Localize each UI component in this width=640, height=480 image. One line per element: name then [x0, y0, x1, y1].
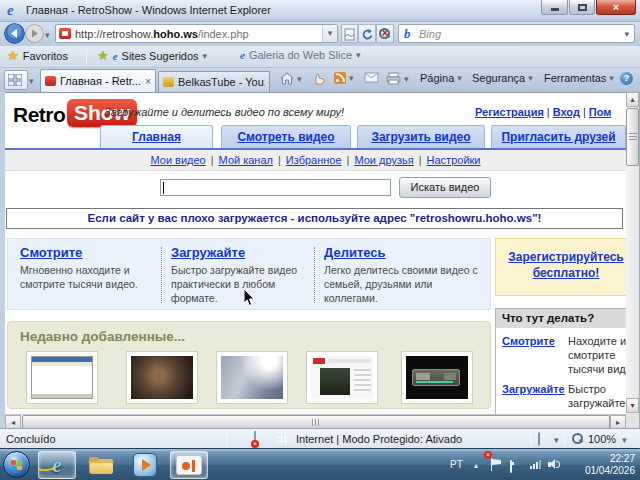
media-player-icon: [133, 453, 157, 477]
language-indicator[interactable]: PT: [450, 459, 463, 470]
protected-mode-icon[interactable]: [538, 433, 540, 445]
help-link[interactable]: Пом: [589, 106, 612, 118]
tab-close-icon[interactable]: ×: [145, 76, 151, 87]
feeds-button[interactable]: ▾: [334, 72, 354, 84]
video-thumbnail[interactable]: [216, 351, 288, 404]
bing-logo-icon: b: [404, 26, 411, 42]
register-banner[interactable]: Зарегистрируйтесь бесплатно!: [495, 238, 626, 296]
feature-upload: Загружайте Быстро загружайте видео практ…: [171, 245, 313, 306]
url-text: http://retroshow.hoho.ws/index.php: [75, 28, 249, 40]
my-friends-link[interactable]: Мои друзья: [354, 154, 413, 166]
my-videos-link[interactable]: Мои видео: [150, 154, 205, 166]
video-search-input[interactable]: [160, 179, 391, 196]
register-link[interactable]: Регистрация: [475, 106, 544, 118]
scroll-left-button[interactable]: ◂: [5, 415, 21, 428]
back-button[interactable]: [4, 23, 25, 44]
horizontal-scroll-thumb[interactable]: [22, 415, 610, 428]
close-button[interactable]: ×: [596, 0, 636, 15]
clock[interactable]: 22:27 01/04/2026: [585, 453, 635, 477]
zoom-level[interactable]: 100%: [588, 433, 616, 445]
favorites-button[interactable]: ★ Favoritos: [7, 49, 68, 62]
nav-tab-invite[interactable]: Пригласить друзей: [491, 125, 626, 148]
video-thumbnail[interactable]: [26, 351, 98, 404]
suggested-sites-button[interactable]: ★ e Sites Sugeridos ▾: [97, 49, 207, 62]
taskbar-ie-button[interactable]: e: [38, 451, 76, 479]
hidden-icons-button[interactable]: ▴: [474, 461, 478, 470]
divider: [226, 431, 227, 446]
safety-menu[interactable]: Segurança ▾: [472, 72, 533, 84]
print-dropdown[interactable]: ▾: [404, 74, 409, 84]
feature-share-link[interactable]: Делитесь: [324, 245, 482, 260]
compatibility-view-button[interactable]: [341, 24, 358, 43]
web-slice-label: Galeria do Web Slice: [249, 49, 352, 61]
vertical-scrollbar[interactable]: ▴ ▾: [626, 92, 639, 428]
battery-icon[interactable]: [510, 461, 512, 472]
read-mail-button[interactable]: [364, 72, 379, 83]
forward-button[interactable]: [25, 24, 44, 43]
maximize-button[interactable]: [569, 0, 595, 15]
address-dropdown[interactable]: ▾: [322, 25, 337, 42]
help-menu[interactable]: ?: [620, 72, 633, 85]
scroll-up-button[interactable]: ▴: [626, 92, 639, 107]
feeds-dropdown[interactable]: ▾: [349, 73, 354, 83]
settings-link[interactable]: Настройки: [427, 154, 481, 166]
watch-link[interactable]: Смотрите: [502, 335, 568, 376]
login-link[interactable]: Вход: [553, 106, 580, 118]
home-dropdown[interactable]: ▾: [297, 74, 302, 84]
recent-pages-dropdown[interactable]: ▾: [45, 30, 50, 40]
video-thumbnail[interactable]: [401, 351, 473, 404]
search-icon[interactable]: [379, 28, 390, 39]
my-channel-link[interactable]: Мой канал: [219, 154, 273, 166]
mouse-cursor: [243, 289, 255, 307]
quick-tabs-button[interactable]: [4, 70, 28, 90]
register-banner-line2[interactable]: бесплатно!: [533, 266, 600, 280]
search-box[interactable]: b Bing ▾: [398, 24, 635, 43]
web-slice-dropdown: ▾: [356, 50, 361, 60]
scroll-down-button[interactable]: ▾: [626, 398, 639, 413]
zoom-icon[interactable]: [572, 433, 583, 444]
what-to-do-row: Загружайте Быстро загружайте видео: [496, 376, 626, 418]
tab-active[interactable]: Главная - Retr... ×: [40, 69, 156, 92]
video-thumbnail[interactable]: [126, 351, 198, 404]
upload-link[interactable]: Загружайте: [502, 383, 568, 418]
vertical-scroll-thumb[interactable]: [626, 108, 639, 166]
video-search-button[interactable]: Искать видео: [399, 177, 491, 198]
tab-list-dropdown[interactable]: ▾: [29, 76, 34, 86]
register-banner-line1[interactable]: Зарегистрируйтесь: [508, 250, 624, 264]
account-links: Регистрация|Вход|Пом: [475, 106, 624, 118]
zoom-dropdown[interactable]: ▾: [622, 435, 627, 445]
feature-upload-link[interactable]: Загружайте: [171, 245, 313, 260]
nav-tab-watch[interactable]: Смотреть видео: [221, 125, 351, 148]
home-button[interactable]: ▾: [280, 72, 302, 85]
taskbar-recorder-button[interactable]: [170, 451, 208, 479]
nav-tab-upload[interactable]: Загрузить видео: [357, 125, 485, 148]
web-slice-button[interactable]: e Galeria do Web Slice ▾: [240, 49, 361, 61]
feature-watch-link[interactable]: Смотрите: [20, 245, 158, 260]
page-menu[interactable]: Página ▾: [420, 72, 462, 84]
print-button[interactable]: ▾: [386, 72, 409, 85]
window-titlebar[interactable]: e Главная - RetroShow - Windows Internet…: [0, 0, 640, 22]
mode-dropdown[interactable]: ▾: [554, 435, 559, 445]
horizontal-scrollbar[interactable]: ◂ ▸: [5, 414, 626, 428]
network-signal-icon[interactable]: [530, 459, 541, 469]
tools-menu[interactable]: Ferramentas ▾: [544, 72, 614, 84]
user-links-bar: Мои видео|Мой канал|Избранное|Мои друзья…: [5, 150, 626, 171]
taskbar-media-player-button[interactable]: [126, 451, 164, 479]
nav-tab-home[interactable]: Главная: [100, 125, 213, 148]
start-button[interactable]: [3, 451, 30, 478]
scroll-right-button[interactable]: ▸: [610, 415, 626, 428]
address-field[interactable]: http://retroshow.hoho.ws/index.php ▾: [55, 24, 338, 43]
taskbar-explorer-button[interactable]: [82, 451, 120, 479]
tab-inactive[interactable]: BelkasTube - You...: [158, 71, 270, 92]
favorites-link[interactable]: Избранное: [286, 154, 342, 166]
hand-slideshow-button[interactable]: [312, 72, 326, 85]
search-dropdown[interactable]: ▾: [624, 29, 629, 39]
help-icon: ?: [620, 72, 633, 85]
refresh-button[interactable]: [358, 24, 376, 43]
site-logo-retro[interactable]: Retro: [13, 103, 65, 127]
add-favorite-icon: ★: [97, 49, 109, 62]
blocked-content-icon: [254, 432, 256, 444]
close-icon: ×: [613, 1, 619, 13]
minimize-button[interactable]: [541, 0, 568, 15]
video-thumbnail[interactable]: [306, 351, 378, 404]
